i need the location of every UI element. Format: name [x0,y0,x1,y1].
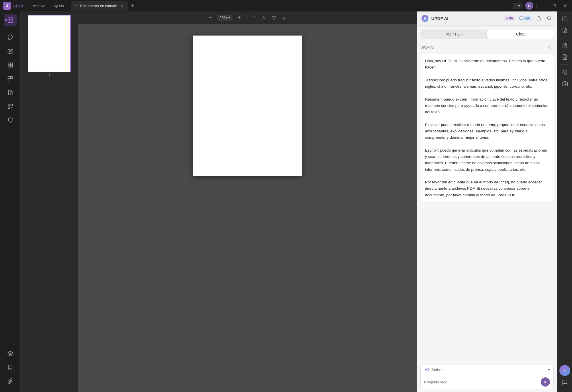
ai-credits: ✦ 96 💬 926 [503,15,532,21]
ai-copy-button[interactable] [547,44,554,51]
app-logo[interactable]: U UPDF [3,2,24,10]
sidebar-item-layers[interactable] [4,347,17,360]
titlebar: U UPDF Archivo Ayuda ✏ Documento en blan… [0,0,572,11]
document-tab[interactable]: ✏ Documento en blanco* ✕ [71,1,128,11]
sidebar-item-organize[interactable] [4,72,17,85]
tab-close-button[interactable]: ✕ [120,3,124,8]
message-point2: Resumen: puedo extraer información clave… [425,96,549,115]
solicitar-label[interactable]: Solicitar [424,367,445,373]
toolbar-nav: ⇑ △ ▽ ⇓ [249,13,289,22]
sidebar-item-attachments[interactable] [4,375,17,387]
svg-rect-4 [10,63,12,65]
ai-fab-button[interactable] [559,365,570,376]
svg-point-30 [564,83,566,85]
ai-message-bubble: Hola, soy UPDF AI, tu asistente de docum… [420,54,554,202]
credit-badge-1[interactable]: ✦ 96 [503,15,515,21]
chat-toggle-button[interactable] [560,377,570,387]
nav-last-button[interactable]: ⇓ [280,13,289,22]
svg-line-19 [550,19,551,20]
minimize-button[interactable]: — [539,2,547,10]
svg-rect-7 [8,77,10,79]
thumbnail-page-number: 1 [48,73,50,77]
maximize-button[interactable]: □ [550,2,558,10]
sidebar-item-edit[interactable] [4,45,17,58]
close-button[interactable]: ✕ [561,2,569,10]
svg-rect-14 [8,107,10,109]
sidebar-bottom [4,347,17,390]
document-canvas [78,24,417,392]
solicitar-icon [424,367,430,373]
tab-chat[interactable]: Chat [487,30,554,39]
tab-icon: ✏ [75,4,78,8]
tab-label: Documento en blanco* [80,4,118,8]
right-sidebar [557,11,572,392]
nav-first-button[interactable]: ⇑ [249,13,258,22]
ai-logo-icon [421,14,429,22]
menu-ayuda[interactable]: Ayuda [50,3,67,9]
ocr-button[interactable] [560,14,570,24]
export-button[interactable] [560,40,570,51]
tab-ask-pdf[interactable]: Pedir PDF [420,30,487,39]
ai-lock-button[interactable] [535,14,543,22]
message-intro: Hola, soy UPDF AI, tu asistente de docum… [425,58,549,71]
import-button[interactable] [560,25,570,36]
sidebar-item-bookmark[interactable] [4,361,17,374]
sidebar-item-reader[interactable] [4,14,17,26]
ai-tabs: Pedir PDF Chat [420,30,554,39]
toolbar-divider-1 [246,15,246,21]
svg-rect-12 [8,104,10,106]
screenshot-button[interactable] [560,79,570,89]
app-body: 1 − 29% ▾ + ⇑ △ ▽ ⇓ [0,11,572,392]
titlebar-right: 1 ▾ U — □ ✕ [513,2,569,10]
thumbnail-panel: 1 [21,11,78,392]
right-sidebar-bottom [559,365,570,390]
credit-value-1: 96 [509,16,513,20]
sidebar-item-comment[interactable] [4,31,17,44]
compress-button[interactable] [560,67,570,77]
ai-panel-header: UPDF AI ✦ 96 💬 926 [417,11,557,26]
nav-up-button[interactable]: △ [259,13,268,22]
svg-point-21 [425,369,427,371]
flatten-button[interactable] [560,52,570,62]
sidebar-divider-1 [6,29,15,29]
sidebar-item-protect[interactable] [4,114,17,126]
thumbnail-item[interactable]: 1 [28,15,71,77]
zoom-selector[interactable]: 29% ▾ [217,15,232,21]
sidebar-item-layout[interactable] [4,59,17,71]
sidebar-item-merge[interactable] [4,100,17,113]
credit-icon-2: 💬 [519,16,524,20]
chat-input[interactable] [424,380,541,384]
ai-message-header: UPDF AI [420,44,554,52]
send-button[interactable]: ➤ [541,377,550,387]
ai-panel: UPDF AI ✦ 96 💬 926 [417,11,557,392]
message-point3: Explicar: puedo explicar a fondo un tema… [425,122,549,141]
nav-down-button[interactable]: ▽ [269,13,279,22]
ai-search-button[interactable] [545,14,553,22]
thumbnail-page-1[interactable] [28,15,71,72]
credit-icon-1: ✦ [506,16,508,20]
sidebar-divider-2 [6,129,15,129]
user-avatar[interactable]: U [525,2,533,10]
svg-rect-6 [10,65,12,67]
page-indicator[interactable]: 1 ▾ [513,3,522,9]
menu-archivo[interactable]: Archivo [30,3,48,9]
logo-icon: U [3,2,11,10]
document-toolbar: − 29% ▾ + ⇑ △ ▽ ⇓ [78,11,417,24]
svg-rect-5 [8,65,10,67]
ai-panel-title: UPDF AI [431,16,501,21]
message-point1: Traducción: puedo traducir texto a vario… [425,77,549,90]
solicitar-chevron-icon: ▾ [548,367,550,372]
zoom-in-button[interactable]: + [235,13,244,22]
ai-message-label: UPDF AI [420,46,434,50]
add-tab-button[interactable]: + [129,2,136,9]
left-sidebar [0,11,21,392]
svg-rect-0 [8,18,13,23]
svg-rect-3 [8,63,10,65]
panel-spacer [417,26,557,27]
sidebar-item-extract[interactable] [4,86,17,99]
credit-badge-2[interactable]: 💬 926 [517,15,532,21]
solicitar-bar[interactable]: Solicitar ▾ [420,364,554,375]
tab-bar: ✏ Documento en blanco* ✕ + [71,1,510,11]
main-content: 1 − 29% ▾ + ⇑ △ ▽ ⇓ [21,11,572,392]
zoom-out-button[interactable]: − [206,13,215,22]
